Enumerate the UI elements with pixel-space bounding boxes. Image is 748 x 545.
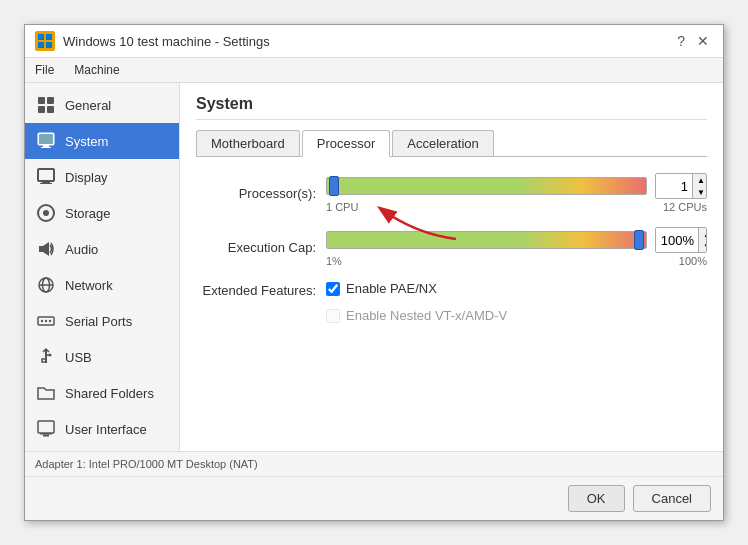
sidebar-item-storage[interactable]: Storage bbox=[25, 195, 179, 231]
window-controls: ? ✕ bbox=[673, 33, 713, 49]
processor-spin-down[interactable]: ▼ bbox=[693, 186, 707, 198]
processor-slider-thumb[interactable] bbox=[329, 176, 339, 196]
tabs-bar: Motherboard Processor Acceleration bbox=[196, 130, 707, 157]
svg-rect-27 bbox=[42, 359, 46, 362]
main-panel: System Motherboard Processor Acceleratio… bbox=[180, 83, 723, 451]
processor-row: Processor(s): ▲ ▼ bbox=[196, 173, 707, 213]
user-interface-icon bbox=[35, 418, 57, 440]
svg-point-29 bbox=[49, 354, 52, 357]
svg-rect-12 bbox=[38, 169, 54, 181]
processor-spin-buttons: ▲ ▼ bbox=[692, 174, 707, 198]
processor-spinbox[interactable]: ▲ ▼ bbox=[655, 173, 707, 199]
checkbox-pae-nx-row: Enable PAE/NX bbox=[326, 281, 507, 296]
checkbox-nested-vt-label: Enable Nested VT-x/AMD-V bbox=[346, 308, 507, 323]
processor-slider-labels: 1 CPU 12 CPUs bbox=[326, 201, 707, 213]
tab-motherboard[interactable]: Motherboard bbox=[196, 130, 300, 156]
network-icon bbox=[35, 274, 57, 296]
execution-cap-slider-labels: 1% 100% bbox=[326, 255, 707, 267]
checkbox-nested-vt-row: Enable Nested VT-x/AMD-V bbox=[326, 308, 507, 323]
menu-file[interactable]: File bbox=[31, 61, 58, 79]
execution-cap-max-label: 100% bbox=[679, 255, 707, 267]
sidebar-item-system[interactable]: System bbox=[25, 123, 179, 159]
svg-rect-6 bbox=[38, 106, 45, 113]
storage-icon bbox=[35, 202, 57, 224]
sidebar-label-system: System bbox=[65, 134, 108, 149]
svg-rect-31 bbox=[40, 433, 52, 435]
serial-ports-icon bbox=[35, 310, 57, 332]
svg-rect-4 bbox=[38, 97, 45, 104]
execution-cap-spin-up[interactable]: ▲ bbox=[699, 228, 707, 240]
processor-max-label: 12 CPUs bbox=[663, 201, 707, 213]
window-title: Windows 10 test machine - Settings bbox=[63, 34, 673, 49]
sidebar-item-usb[interactable]: USB bbox=[25, 339, 179, 375]
svg-rect-17 bbox=[39, 246, 43, 252]
sidebar-label-audio: Audio bbox=[65, 242, 98, 257]
checkbox-pae-nx-label: Enable PAE/NX bbox=[346, 281, 437, 296]
svg-point-16 bbox=[43, 210, 49, 216]
svg-rect-2 bbox=[38, 42, 44, 48]
execution-cap-min-label: 1% bbox=[326, 255, 342, 267]
sidebar-item-user-interface[interactable]: User Interface bbox=[25, 411, 179, 447]
display-icon bbox=[35, 166, 57, 188]
sidebar-label-display: Display bbox=[65, 170, 108, 185]
processor-min-label: 1 CPU bbox=[326, 201, 358, 213]
execution-cap-slider-thumb[interactable] bbox=[634, 230, 644, 250]
close-button[interactable]: ✕ bbox=[693, 33, 713, 49]
sidebar-item-shared-folders[interactable]: Shared Folders bbox=[25, 375, 179, 411]
sidebar-label-usb: USB bbox=[65, 350, 92, 365]
title-bar: Windows 10 test machine - Settings ? ✕ bbox=[25, 25, 723, 58]
tab-acceleration[interactable]: Acceleration bbox=[392, 130, 494, 156]
svg-point-23 bbox=[41, 320, 43, 322]
sidebar-item-display[interactable]: Display bbox=[25, 159, 179, 195]
sidebar-label-shared-folders: Shared Folders bbox=[65, 386, 154, 401]
sidebar-label-serial-ports: Serial Ports bbox=[65, 314, 132, 329]
tab-processor[interactable]: Processor bbox=[302, 130, 391, 157]
svg-point-25 bbox=[49, 320, 51, 322]
execution-cap-spin-value[interactable] bbox=[656, 232, 698, 249]
menu-machine[interactable]: Machine bbox=[70, 61, 123, 79]
sidebar-item-audio[interactable]: Audio bbox=[25, 231, 179, 267]
svg-rect-13 bbox=[42, 181, 50, 183]
content-area: General System bbox=[25, 83, 723, 451]
execution-cap-row: Execution Cap: ▲ ▼ bbox=[196, 227, 707, 267]
execution-cap-label: Execution Cap: bbox=[196, 240, 326, 255]
help-button[interactable]: ? bbox=[673, 33, 689, 49]
sidebar-item-network[interactable]: Network bbox=[25, 267, 179, 303]
footer-buttons: OK Cancel bbox=[25, 476, 723, 520]
processor-slider-container: ▲ ▼ 1 CPU 12 CPUs bbox=[326, 173, 707, 213]
processor-spin-up[interactable]: ▲ bbox=[693, 174, 707, 186]
status-bar: Adapter 1: Intel PRO/1000 MT Desktop (NA… bbox=[25, 451, 723, 476]
sidebar: General System bbox=[25, 83, 180, 451]
app-icon bbox=[35, 31, 55, 51]
cancel-button[interactable]: Cancel bbox=[633, 485, 711, 512]
svg-rect-30 bbox=[38, 421, 54, 433]
sidebar-item-serial-ports[interactable]: Serial Ports bbox=[25, 303, 179, 339]
svg-point-24 bbox=[45, 320, 47, 322]
execution-cap-spinbox[interactable]: ▲ ▼ bbox=[655, 227, 707, 253]
svg-rect-1 bbox=[46, 34, 52, 40]
execution-cap-spin-down[interactable]: ▼ bbox=[699, 240, 707, 252]
sidebar-item-general[interactable]: General bbox=[25, 87, 179, 123]
system-icon bbox=[35, 130, 57, 152]
ok-button[interactable]: OK bbox=[568, 485, 625, 512]
execution-cap-slider-track[interactable] bbox=[326, 231, 647, 249]
usb-icon bbox=[35, 346, 57, 368]
svg-rect-5 bbox=[47, 97, 54, 104]
audio-icon bbox=[35, 238, 57, 260]
sidebar-label-storage: Storage bbox=[65, 206, 111, 221]
checkbox-pae-nx[interactable] bbox=[326, 282, 340, 296]
processor-spin-value[interactable] bbox=[656, 178, 692, 195]
processor-slider-wrapper: ▲ ▼ bbox=[326, 173, 707, 199]
svg-rect-11 bbox=[41, 147, 51, 148]
svg-rect-0 bbox=[38, 34, 44, 40]
svg-rect-3 bbox=[46, 42, 52, 48]
status-text: Adapter 1: Intel PRO/1000 MT Desktop (NA… bbox=[35, 458, 258, 470]
checkbox-nested-vt[interactable] bbox=[326, 309, 340, 323]
panel-title: System bbox=[196, 95, 707, 120]
processor-slider-track[interactable] bbox=[326, 177, 647, 195]
svg-rect-7 bbox=[47, 106, 54, 113]
sidebar-label-user-interface: User Interface bbox=[65, 422, 147, 437]
processor-label: Processor(s): bbox=[196, 186, 326, 201]
svg-rect-14 bbox=[40, 183, 52, 184]
svg-marker-18 bbox=[43, 242, 49, 256]
